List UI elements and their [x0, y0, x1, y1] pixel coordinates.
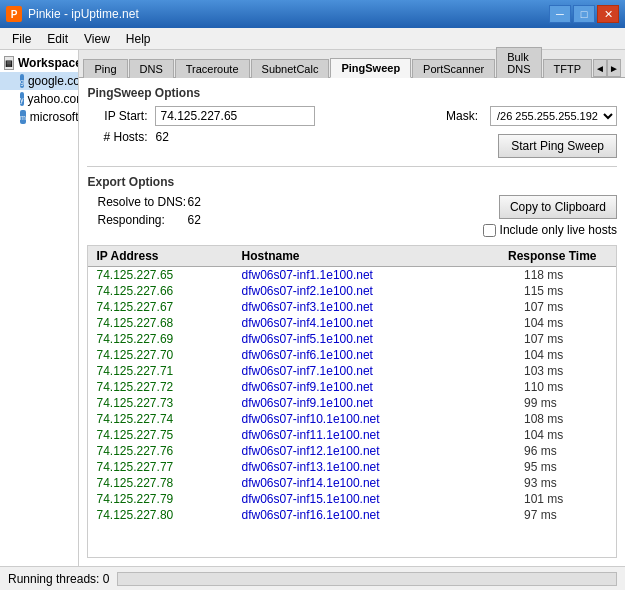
table-body: 74.125.227.65dfw06s07-inf1.1e100.net118 …: [88, 267, 616, 557]
cell-hostname: dfw06s07-inf11.1e100.net: [233, 428, 516, 442]
ip-start-input[interactable]: [155, 106, 315, 126]
include-live-checkbox[interactable]: [483, 224, 496, 237]
tab-scroll-left[interactable]: ◄: [593, 59, 607, 77]
table-row[interactable]: 74.125.227.70dfw06s07-inf6.1e100.net104 …: [88, 347, 616, 363]
table-row[interactable]: 74.125.227.72dfw06s07-inf9.1e100.net110 …: [88, 379, 616, 395]
start-ping-sweep-button[interactable]: Start Ping Sweep: [498, 134, 617, 158]
table-row[interactable]: 74.125.227.69dfw06s07-inf5.1e100.net107 …: [88, 331, 616, 347]
titlebar: P Pinkie - ipUptime.net ─ □ ✕: [0, 0, 625, 28]
table-row[interactable]: 74.125.227.66dfw06s07-inf2.1e100.net115 …: [88, 283, 616, 299]
table-row[interactable]: 74.125.227.79dfw06s07-inf15.1e100.net101…: [88, 491, 616, 507]
options-left: IP Start: # Hosts: 62: [87, 106, 409, 158]
menu-file[interactable]: File: [4, 30, 39, 48]
tab-traceroute[interactable]: Traceroute: [175, 59, 250, 78]
microsoft-icon: m: [20, 110, 26, 124]
minimize-button[interactable]: ─: [549, 5, 571, 23]
cell-hostname: dfw06s07-inf14.1e100.net: [233, 476, 516, 490]
cell-response: 95 ms: [516, 460, 616, 474]
cell-response: 104 ms: [516, 428, 616, 442]
cell-response: 104 ms: [516, 316, 616, 330]
tab-pingsweep[interactable]: PingSweep: [330, 58, 411, 78]
cell-response: 108 ms: [516, 412, 616, 426]
ip-start-label: IP Start:: [87, 109, 147, 123]
tab-ping[interactable]: Ping: [83, 59, 127, 78]
tab-dns[interactable]: DNS: [129, 59, 174, 78]
cell-ip: 74.125.227.69: [88, 332, 233, 346]
resolve-row: Resolve to DNS: 62: [87, 195, 469, 209]
export-right: Copy to Clipboard Include only live host…: [477, 195, 617, 237]
yahoo-icon: y: [20, 92, 24, 106]
hosts-label: # Hosts:: [87, 130, 147, 144]
include-live-row: Include only live hosts: [483, 223, 617, 237]
responding-row: Responding: 62: [87, 213, 469, 227]
cell-ip: 74.125.227.71: [88, 364, 233, 378]
cell-hostname: dfw06s07-inf13.1e100.net: [233, 460, 516, 474]
statusbar: Running threads: 0: [0, 566, 625, 590]
export-area: Resolve to DNS: 62 Responding: 62 Copy t…: [87, 195, 617, 237]
content-area: Ping DNS Traceroute SubnetCalc PingSweep…: [79, 50, 625, 566]
ip-start-row: IP Start:: [87, 106, 409, 126]
results-table: IP Address Hostname Response Time 74.125…: [87, 245, 617, 558]
tab-bulkdns[interactable]: Bulk DNS: [496, 47, 541, 78]
cell-hostname: dfw06s07-inf5.1e100.net: [233, 332, 516, 346]
mask-select[interactable]: /26 255.255.255.192: [490, 106, 617, 126]
cell-response: 115 ms: [516, 284, 616, 298]
sidebar-item-microsoft[interactable]: m microsoft.com: [0, 108, 78, 126]
table-row[interactable]: 74.125.227.78dfw06s07-inf14.1e100.net93 …: [88, 475, 616, 491]
tab-scroll-right[interactable]: ►: [607, 59, 621, 77]
tab-subnetcalc[interactable]: SubnetCalc: [251, 59, 330, 78]
table-row[interactable]: 74.125.227.65dfw06s07-inf1.1e100.net118 …: [88, 267, 616, 283]
table-row[interactable]: 74.125.227.68dfw06s07-inf4.1e100.net104 …: [88, 315, 616, 331]
menu-view[interactable]: View: [76, 30, 118, 48]
cell-hostname: dfw06s07-inf10.1e100.net: [233, 412, 516, 426]
cell-response: 99 ms: [516, 396, 616, 410]
cell-response: 110 ms: [516, 380, 616, 394]
menu-edit[interactable]: Edit: [39, 30, 76, 48]
resolve-value: 62: [187, 195, 200, 209]
cell-ip: 74.125.227.72: [88, 380, 233, 394]
table-row[interactable]: 74.125.227.75dfw06s07-inf11.1e100.net104…: [88, 427, 616, 443]
cell-ip: 74.125.227.80: [88, 508, 233, 522]
table-row[interactable]: 74.125.227.80dfw06s07-inf16.1e100.net97 …: [88, 507, 616, 523]
options-title: PingSweep Options: [87, 86, 617, 100]
window-title: Pinkie - ipUptime.net: [28, 7, 547, 21]
table-row[interactable]: 74.125.227.76dfw06s07-inf12.1e100.net96 …: [88, 443, 616, 459]
cell-response: 103 ms: [516, 364, 616, 378]
table-header: IP Address Hostname Response Time: [88, 246, 616, 267]
sidebar-item-google-label: google.com: [28, 74, 80, 88]
table-row[interactable]: 74.125.227.67dfw06s07-inf3.1e100.net107 …: [88, 299, 616, 315]
cell-ip: 74.125.227.70: [88, 348, 233, 362]
col-header-ip: IP Address: [88, 249, 233, 263]
table-row[interactable]: 74.125.227.73dfw06s07-inf9.1e100.net99 m…: [88, 395, 616, 411]
copy-to-clipboard-button[interactable]: Copy to Clipboard: [499, 195, 617, 219]
workspace-icon: ▤: [4, 56, 14, 70]
options-grid: IP Start: # Hosts: 62 Mask: /26 255.2: [87, 106, 617, 158]
close-button[interactable]: ✕: [597, 5, 619, 23]
sidebar-item-yahoo-label: yahoo.com: [28, 92, 80, 106]
menu-help[interactable]: Help: [118, 30, 159, 48]
mask-label: Mask:: [446, 109, 478, 123]
cell-hostname: dfw06s07-inf1.1e100.net: [233, 268, 516, 282]
table-row[interactable]: 74.125.227.77dfw06s07-inf13.1e100.net95 …: [88, 459, 616, 475]
export-title: Export Options: [87, 175, 617, 189]
cell-ip: 74.125.227.65: [88, 268, 233, 282]
cell-hostname: dfw06s07-inf3.1e100.net: [233, 300, 516, 314]
cell-hostname: dfw06s07-inf15.1e100.net: [233, 492, 516, 506]
tab-portscanner[interactable]: PortScanner: [412, 59, 495, 78]
status-text: Running threads: 0: [8, 572, 109, 586]
responding-value: 62: [187, 213, 200, 227]
cell-ip: 74.125.227.66: [88, 284, 233, 298]
table-row[interactable]: 74.125.227.71dfw06s07-inf7.1e100.net103 …: [88, 363, 616, 379]
cell-response: 118 ms: [516, 268, 616, 282]
pingsweep-panel: PingSweep Options IP Start: # Hosts: 62: [79, 78, 625, 566]
cell-response: 104 ms: [516, 348, 616, 362]
sidebar-item-google[interactable]: g google.com: [0, 72, 78, 90]
table-row[interactable]: 74.125.227.74dfw06s07-inf10.1e100.net108…: [88, 411, 616, 427]
sidebar-workspace: ▤ Workspace: [0, 54, 78, 72]
tab-tftp[interactable]: TFTP: [543, 59, 593, 78]
cell-ip: 74.125.227.67: [88, 300, 233, 314]
cell-ip: 74.125.227.79: [88, 492, 233, 506]
sidebar-item-yahoo[interactable]: y yahoo.com: [0, 90, 78, 108]
maximize-button[interactable]: □: [573, 5, 595, 23]
cell-ip: 74.125.227.78: [88, 476, 233, 490]
